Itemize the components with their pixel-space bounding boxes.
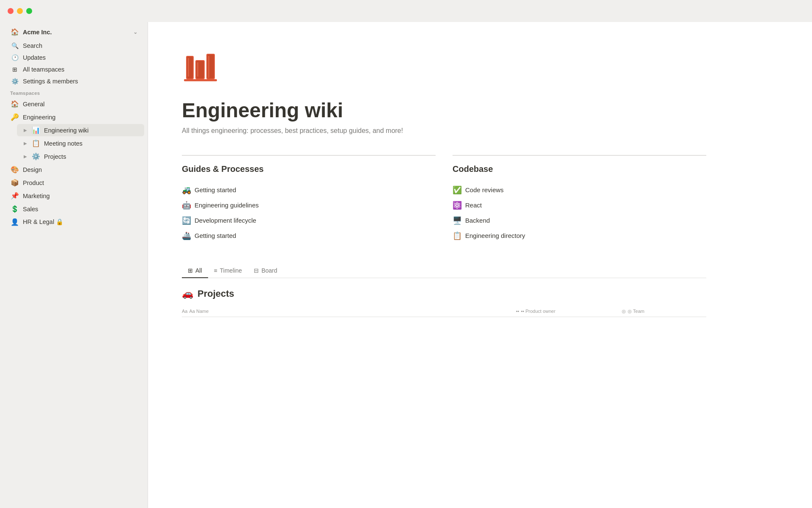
sidebar-item-search[interactable]: 🔍 Search: [3, 40, 144, 51]
people-icon: ••: [516, 309, 519, 314]
tab-board-icon: ⊟: [254, 267, 259, 274]
col-name: Aa Aa Name: [182, 309, 516, 314]
general-icon: 🏠: [10, 100, 19, 108]
workspace-chevron: ⌄: [133, 29, 137, 35]
section-guides-processes: Guides & Processes 🚜 Getting started 🤖 E…: [182, 155, 436, 243]
atom-icon: ⚛️: [453, 201, 462, 210]
section-codebase: Codebase ✅ Code reviews ⚛️ React 🖥️ Back…: [453, 155, 706, 243]
sidebar-item-design[interactable]: 🎨 Design: [3, 163, 144, 176]
tab-board[interactable]: ⊟ Board: [248, 264, 283, 278]
svg-rect-8: [197, 62, 198, 77]
tabs-container: ⊞ All ≡ Timeline ⊟ Board: [182, 264, 706, 278]
projects-icon: ⚙️: [31, 152, 41, 160]
notebook-icon: 📋: [453, 231, 462, 240]
hr-icon: 👤: [10, 218, 19, 226]
meeting-notes-icon: 📋: [31, 139, 41, 147]
search-icon: 🔍: [10, 42, 19, 49]
aa-icon: Aa: [182, 309, 187, 314]
sidebar: 🏠 Acme Inc. ⌄ 🔍 Search 🕐 Updates ⊞ All t…: [0, 0, 148, 508]
close-button[interactable]: [8, 8, 14, 14]
sidebar-item-sales[interactable]: 💲 Sales: [3, 203, 144, 215]
page-subtitle: All things engineering: processes, best …: [182, 127, 706, 135]
sections-grid: Guides & Processes 🚜 Getting started 🤖 E…: [182, 155, 706, 243]
grid-icon: ⊞: [10, 66, 19, 73]
marketing-icon: 📌: [10, 192, 19, 200]
col-team: ◎ ◎ Team: [622, 309, 706, 314]
link-getting-started-2[interactable]: 🚢 Getting started: [182, 228, 436, 243]
tab-all[interactable]: ⊞ All: [182, 264, 208, 278]
sidebar-item-all-teamspaces[interactable]: ⊞ All teamspaces: [3, 64, 144, 75]
wiki-icon: 📊: [31, 126, 41, 134]
sidebar-item-updates[interactable]: 🕐 Updates: [3, 52, 144, 63]
window-bar: [0, 0, 812, 22]
link-code-reviews[interactable]: ✅ Code reviews: [453, 182, 706, 198]
projects-emoji: 🚗: [182, 288, 193, 299]
ship-icon: 🚢: [182, 231, 191, 240]
page-content: Engineering wiki All things engineering:…: [148, 22, 740, 344]
cycle-icon: 🔄: [182, 216, 191, 225]
tab-timeline-icon: ≡: [214, 267, 217, 274]
projects-header: 🚗 Projects: [182, 288, 706, 299]
section-guides-title: Guides & Processes: [182, 164, 436, 174]
sidebar-item-hr-legal[interactable]: 👤 HR & Legal 🔒: [3, 216, 144, 228]
tractor-icon: 🚜: [182, 185, 191, 195]
main-content: 🔑 Engineering / 📊 Engineering wiki 💬 ℹ️ …: [148, 0, 812, 508]
sidebar-item-engineering[interactable]: 🔑 Engineering: [3, 111, 144, 123]
col-product-owner: •• •• Product owner: [516, 309, 622, 314]
team-icon: ◎: [622, 309, 626, 314]
monitor-icon: 🖥️: [453, 216, 462, 225]
chevron-icon: ▶: [24, 154, 27, 159]
link-engineering-directory[interactable]: 📋 Engineering directory: [453, 228, 706, 243]
sidebar-item-marketing[interactable]: 📌 Marketing: [3, 190, 144, 202]
section-codebase-title: Codebase: [453, 164, 706, 174]
svg-rect-7: [188, 58, 189, 77]
page-icon: [182, 47, 706, 91]
link-backend[interactable]: 🖥️ Backend: [453, 213, 706, 228]
robot-icon: 🤖: [182, 201, 191, 210]
sales-icon: 💲: [10, 205, 19, 213]
projects-table-header: Aa Aa Name •• •• Product owner ◎ ◎ Team: [182, 306, 706, 317]
sidebar-item-projects[interactable]: ▶ ⚙️ Projects: [17, 150, 144, 163]
sidebar-item-engineering-wiki[interactable]: ▶ 📊 Engineering wiki: [17, 124, 144, 136]
chevron-icon: ▶: [24, 128, 27, 133]
chevron-icon: ▶: [24, 141, 27, 146]
sidebar-item-product[interactable]: 📦 Product: [3, 177, 144, 189]
checkbox-icon: ✅: [453, 185, 462, 195]
home-icon: 🏠: [10, 28, 19, 36]
tab-all-icon: ⊞: [188, 267, 193, 274]
teamspaces-header: Teamspaces: [0, 87, 148, 97]
page-title: Engineering wiki: [182, 99, 706, 122]
svg-rect-6: [184, 79, 217, 81]
traffic-lights: [8, 8, 32, 14]
link-getting-started-1[interactable]: 🚜 Getting started: [182, 182, 436, 198]
link-react[interactable]: ⚛️ React: [453, 198, 706, 213]
sidebar-item-settings[interactable]: ⚙️ Settings & members: [3, 76, 144, 87]
sidebar-item-general[interactable]: 🏠 General: [3, 98, 144, 110]
link-engineering-guidelines[interactable]: 🤖 Engineering guidelines: [182, 198, 436, 213]
clock-icon: 🕐: [10, 54, 19, 61]
fullscreen-button[interactable]: [26, 8, 32, 14]
svg-rect-9: [208, 56, 209, 78]
product-icon: 📦: [10, 179, 19, 187]
key-icon: 🔑: [10, 113, 19, 121]
minimize-button[interactable]: [17, 8, 23, 14]
link-development-lifecycle[interactable]: 🔄 Development lifecycle: [182, 213, 436, 228]
tab-timeline[interactable]: ≡ Timeline: [208, 264, 248, 278]
settings-icon: ⚙️: [10, 78, 19, 85]
sidebar-item-meeting-notes[interactable]: ▶ 📋 Meeting notes: [17, 137, 144, 149]
design-icon: 🎨: [10, 166, 19, 174]
workspace-name[interactable]: 🏠 Acme Inc. ⌄: [3, 26, 144, 38]
